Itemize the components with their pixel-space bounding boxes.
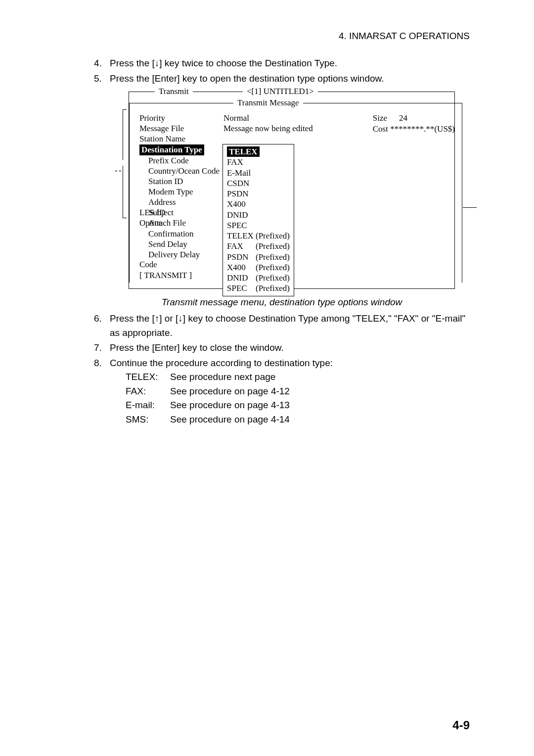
dropdown-item-x400[interactable]: X400 [227, 199, 290, 209]
step-text: Press the [Enter] key to open the destin… [110, 72, 470, 86]
dropdown-item-spec-p[interactable]: SPEC(Prefixed) [227, 283, 290, 293]
section-header: 4. INMARSAT C OPERATIONS [94, 31, 470, 42]
panel-title-message: Transmit Message [233, 98, 303, 108]
page-number: 4-9 [452, 718, 470, 732]
step-8: 8. Continue the procedure according to d… [94, 356, 470, 427]
step-num: 8. [94, 356, 110, 427]
dropdown-item-dnid-p[interactable]: DNID(Prefixed) [227, 273, 290, 283]
step-list-bottom: 6. Press the [↑] or [↓] key to choose De… [94, 312, 470, 426]
country-code-label: Country/Ocean Code [139, 166, 223, 176]
prefix-code-label: Prefix Code [139, 156, 223, 166]
transmit-message-panel: Transmit Message Size 24 Cost ********.*… [129, 103, 462, 283]
destination-type-dropdown[interactable]: TELEX FAX E-Mail CSDN PSDN X400 DNID SPE… [222, 144, 294, 296]
dropdown-item-spec[interactable]: SPEC [227, 220, 290, 231]
step-list-top: 4. Press the [↓] key twice to choose the… [94, 56, 470, 86]
transmit-button[interactable]: [ TRANSMIT ] [139, 271, 236, 281]
dropdown-item-email[interactable]: E-Mail [227, 168, 290, 178]
address-label: Address [139, 197, 223, 207]
dropdown-item-fax-p[interactable]: FAX(Prefixed) [227, 241, 290, 251]
dropdown-item-psdn-p[interactable]: PSDN(Prefixed) [227, 252, 290, 262]
priority-value: Normal [223, 113, 455, 123]
station-name-label: Station Name [139, 134, 223, 144]
bracket-dash: - - [115, 166, 121, 176]
step-6: 6. Press the [↑] or [↓] key to choose De… [94, 312, 470, 340]
code-label: Code [139, 260, 223, 270]
dropdown-item-psdn[interactable]: PSDN [227, 189, 290, 199]
proc-telex: TELEX:See procedure next page [126, 370, 470, 384]
step-num: 7. [94, 341, 110, 355]
station-name-value [223, 134, 455, 144]
dropdown-item-telex[interactable]: TELEX [227, 146, 290, 157]
dropdown-item-dnid[interactable]: DNID [227, 210, 290, 220]
step-text: Press the [Enter] key to close the windo… [110, 341, 470, 355]
step-num: 4. [94, 56, 110, 71]
transmit-menu-diagram: - - Transmit <[1] UNTITLED1> Transmit Me… [129, 92, 455, 289]
transmit-panel: Transmit <[1] UNTITLED1> Transmit Messag… [129, 92, 455, 289]
bracket-gap [122, 160, 128, 166]
right-connector-line [463, 207, 477, 208]
destination-type-label: Destination Type [139, 144, 223, 155]
message-file-label: Message File [139, 124, 223, 134]
send-delay-label: Send Delay [139, 239, 223, 249]
panel-title-transmit: Transmit [155, 87, 193, 96]
dropdown-item-x400-p[interactable]: X400(Prefixed) [227, 262, 290, 273]
dropdown-item-fax[interactable]: FAX [227, 157, 290, 167]
step-text: Press the [↑] or [↓] key to choose Desti… [110, 312, 470, 340]
figure-caption: Transmit message menu, destination type … [94, 297, 470, 308]
message-file-value: Message now being edited [223, 124, 455, 134]
step-num: 6. [94, 312, 110, 340]
station-id-label: Station ID [139, 177, 223, 187]
dropdown-item-csdn[interactable]: CSDN [227, 178, 290, 189]
proc-fax: FAX:See procedure on page 4-12 [126, 384, 470, 399]
modem-type-label: Modem Type [139, 187, 223, 197]
step-num: 5. [94, 72, 110, 86]
step-text: Continue the procedure according to dest… [110, 356, 470, 427]
proc-sms: SMS:See procedure on page 4-14 [126, 413, 470, 427]
confirmation-label: Confirmation [139, 229, 223, 239]
option-label: Option [139, 218, 223, 228]
step-4: 4. Press the [↓] key twice to choose the… [94, 56, 470, 71]
lower-fields: LES ID Option Confirmation Send Delay De… [139, 207, 236, 281]
step-text: Press the [↓] key twice to choose the De… [110, 56, 470, 71]
priority-label: Priority [139, 113, 223, 123]
dropdown-item-telex-p[interactable]: TELEX(Prefixed) [227, 231, 290, 241]
les-id-label: LES ID [139, 207, 223, 218]
step-7: 7. Press the [Enter] key to close the wi… [94, 341, 470, 355]
procedure-table: TELEX:See procedure next page FAX:See pr… [126, 370, 470, 426]
delivery-delay-label: Delivery Delay [139, 249, 223, 260]
step-5: 5. Press the [Enter] key to open the des… [94, 72, 470, 86]
panel-title-untitled: <[1] UNTITLED1> [243, 87, 318, 96]
proc-email: E-mail:See procedure on page 4-13 [126, 398, 470, 413]
